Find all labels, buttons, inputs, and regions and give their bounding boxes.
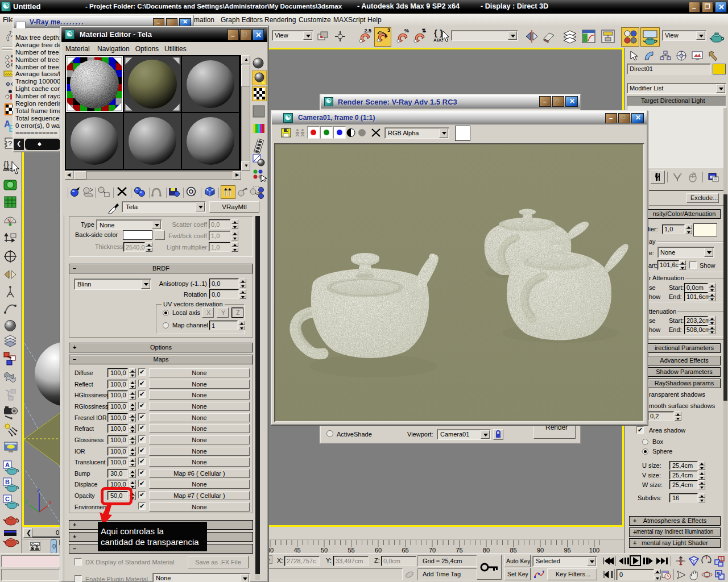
svg-text:?: ? (8, 139, 12, 148)
svg-text:100: 100 (589, 547, 599, 553)
svg-text:85: 85 (510, 547, 516, 553)
svg-text:50: 50 (321, 547, 328, 553)
svg-text:z: z (36, 487, 40, 493)
svg-text:60: 60 (375, 547, 382, 553)
svg-text:80: 80 (483, 547, 490, 553)
svg-text:x: x (48, 499, 52, 505)
svg-text:45: 45 (293, 547, 300, 553)
svg-text:B: B (5, 479, 10, 485)
svg-text:70: 70 (429, 547, 436, 553)
svg-text:75: 75 (456, 547, 462, 553)
svg-text:90: 90 (537, 547, 544, 553)
svg-text:A: A (5, 462, 10, 468)
svg-text:y: y (24, 498, 28, 504)
svg-text:95: 95 (564, 547, 570, 553)
svg-text:65: 65 (402, 547, 408, 553)
svg-text:55: 55 (348, 547, 354, 553)
svg-text:C: C (5, 496, 10, 502)
